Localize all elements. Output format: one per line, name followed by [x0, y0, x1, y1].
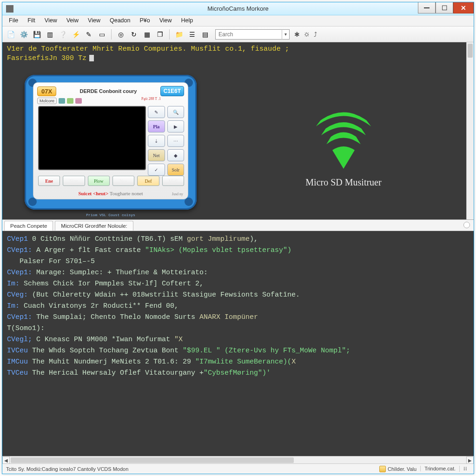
tool-help-icon[interactable]: ❔	[57, 29, 68, 40]
device-footnote: Priom VSL Coust colsys	[25, 213, 197, 217]
upper-vscroll-thumb[interactable]	[468, 44, 473, 58]
device-btn-diamond-icon[interactable]: ◆	[167, 149, 185, 161]
hscroll-thumb[interactable]	[11, 457, 294, 463]
device-led-icon	[75, 98, 82, 104]
menu-veiw[interactable]: Veiw	[62, 15, 83, 26]
search-dropdown-icon[interactable]: ▾	[282, 29, 289, 40]
minimize-button[interactable]	[418, 2, 436, 13]
device-btn-play-icon[interactable]: ▶	[167, 120, 185, 132]
hscroll-left-arrow-icon[interactable]: ◀	[2, 456, 10, 464]
menu-help[interactable]: Help	[177, 15, 198, 26]
device-btn-def[interactable]: Def	[137, 176, 159, 186]
device-btn-nos[interactable]: Nos	[112, 176, 134, 186]
hscroll-track[interactable]	[10, 456, 466, 463]
status-left: Tcito Sy. Modiú:Cading iceaIо7 Cantolly …	[5, 464, 132, 474]
wifi-icon	[306, 98, 381, 172]
toolbar-right: ✱ ⛭ ⤴	[294, 31, 317, 38]
console-line: TVCeu The Herical Hewrsaly Oflef Vitatou…	[7, 368, 469, 379]
tool-pin-icon[interactable]: ⤴	[314, 31, 317, 38]
device-btn-solr[interactable]: Solr	[167, 164, 185, 176]
device-badge-e6t: C1E6T	[160, 86, 184, 96]
banner-line-1: V1er de Toofterater Mhrit Remio Compurie…	[7, 45, 289, 53]
device-subtext: Pąśt 288 T .1	[141, 97, 161, 101]
device-bottom-row: Ene Sipn Plow Nos Def Metl	[38, 176, 184, 186]
menu-view-1[interactable]: View	[40, 15, 62, 26]
menu-file[interactable]: File	[4, 15, 23, 26]
tool-cog-icon[interactable]: ⛭	[304, 31, 310, 38]
tool-stack-icon[interactable]: ❐	[154, 29, 165, 40]
tool-grid-icon[interactable]: ▤	[199, 29, 211, 40]
status-resize-grip-icon[interactable]: ⁞⁞	[459, 466, 471, 472]
console-line: Im: Schems Chick Ior Pmmples Stw·lf] Cof…	[7, 278, 469, 290]
tool-refresh-icon[interactable]: ↻	[128, 29, 139, 40]
console-line: IMCuu The Muhit Nundmerj MeNiets 2 T01.6…	[7, 357, 469, 368]
tab-peach[interactable]: Peach Conpete	[4, 221, 53, 231]
device-side-buttons: ✎ 🔍 Pla ▶ ⇣ ⋯ Net ◆ ✓ Solr	[148, 106, 184, 176]
menu-pyo[interactable]: P¥o	[135, 15, 154, 26]
status-bar: Tcito Sy. Modiú:Cading iceaIо7 Cantolly …	[2, 463, 474, 474]
tab-options-icon[interactable]	[463, 222, 470, 228]
tool-target-icon[interactable]: ◎	[115, 29, 126, 40]
search-box[interactable]: ▾	[215, 29, 290, 40]
device-btn-search-icon[interactable]: 🔍	[167, 106, 185, 118]
device-btn-ene[interactable]: Ene	[38, 176, 60, 186]
tab-bar: Peach Conpete MicroCRI Grordñer Noloule:	[2, 220, 474, 231]
status-file-1-label: Chïlder. Valu	[388, 466, 416, 472]
menu-bar: File Filt View Veiw View Qeadon P¥o View…	[2, 15, 474, 26]
device-molcore-chip: Molcore	[37, 98, 57, 104]
device-btn-plow[interactable]: Plow	[88, 176, 110, 186]
console-line: Palser For S701–-5	[7, 256, 469, 267]
device-tagline: Suicet <heut> Tougharte nonet	[33, 191, 188, 196]
device-illustration: 07X DERDE Conbonit coury C1E6T Molcore P…	[25, 75, 197, 210]
tool-wand-icon[interactable]: ✎	[83, 29, 94, 40]
tool-chip-icon[interactable]: ▥	[44, 29, 55, 40]
maximize-button[interactable]	[436, 2, 453, 13]
menu-view-3[interactable]: View	[155, 15, 177, 26]
device-btn-more-icon[interactable]: ⋯	[167, 135, 185, 147]
device-screen	[38, 106, 146, 170]
tool-card-icon[interactable]: ▭	[96, 29, 107, 40]
tool-folder-icon[interactable]: 📁	[173, 29, 185, 40]
console-line: Im: Cuach Viratonys 2r Roducti** Fend 00…	[7, 301, 469, 312]
file-icon	[379, 466, 386, 472]
device-btn-net[interactable]: Net	[148, 149, 165, 161]
status-file-1: Chïlder. Valu	[378, 466, 420, 472]
device-btn-sipn[interactable]: Sipn	[63, 176, 85, 186]
close-button[interactable]	[453, 2, 474, 13]
device-face: 07X DERDE Conbonit coury C1E6T Molcore P…	[33, 82, 188, 199]
device-btn-pla[interactable]: Pla	[148, 120, 165, 132]
tool-gear-icon[interactable]: ⚙️	[18, 29, 29, 40]
tool-layers-icon[interactable]: ▦	[141, 29, 152, 40]
banner-line-2-text: FasrisefisJn 300 Tz	[7, 54, 86, 62]
tool-bolt-icon[interactable]: ⚡	[70, 29, 81, 40]
console-line: CVep1: A Arger + flt Fast craste "INAks>…	[7, 245, 469, 256]
tool-list-icon[interactable]: ☰	[186, 29, 198, 40]
console-output: CVep1 0 CitOns Nññür Conttnine (TB6.T) s…	[2, 231, 474, 456]
console-line: CVep1: The Sumplai; Chento Thelo Nomode …	[7, 312, 469, 323]
status-file-2-label: Trindome.cat.	[424, 466, 456, 471]
device-tagline-red: Suicet <heut>	[79, 191, 109, 196]
hscroll-right-arrow-icon[interactable]: ▶	[466, 456, 474, 464]
device-btn-metl[interactable]: Metl	[162, 176, 184, 186]
console-line: CVeg: (But Chleretty Wdain ++ 018wstrili…	[7, 290, 469, 301]
tool-save-icon[interactable]: 💾	[31, 29, 42, 40]
device-btn-check-icon[interactable]: ✓	[148, 164, 165, 176]
menu-qeadon[interactable]: Qeadon	[105, 15, 135, 26]
menu-view-2[interactable]: View	[83, 15, 105, 26]
device-btn-pencil-icon[interactable]: ✎	[148, 106, 165, 118]
hero-label: Micro SD Musitruer	[269, 177, 418, 188]
tool-new-icon[interactable]: 📄	[5, 29, 16, 40]
device-btn-down-icon[interactable]: ⇣	[148, 135, 165, 147]
tool-snow-icon[interactable]: ✱	[294, 31, 300, 38]
console-line: CVegl; C Kneasc PN 9M000 *Iwan Mofurmat …	[7, 334, 469, 345]
console-line: CVep1 0 CitOns Nññür Conttnine (TB6.T) s…	[7, 234, 469, 245]
console-hscrollbar[interactable]: ◀ ▶	[2, 456, 474, 463]
tab-microcri[interactable]: MicroCRI Grordñer Noloule:	[55, 221, 133, 231]
device-badge-07x: 07X	[37, 86, 56, 96]
menu-filt[interactable]: Filt	[23, 15, 40, 26]
device-title: DERDE Conbonit coury	[59, 88, 158, 94]
search-input[interactable]	[216, 31, 282, 38]
window-buttons	[418, 2, 474, 13]
device-jud: Jusd ny	[172, 192, 183, 196]
upper-vscrollbar[interactable]	[466, 42, 474, 219]
